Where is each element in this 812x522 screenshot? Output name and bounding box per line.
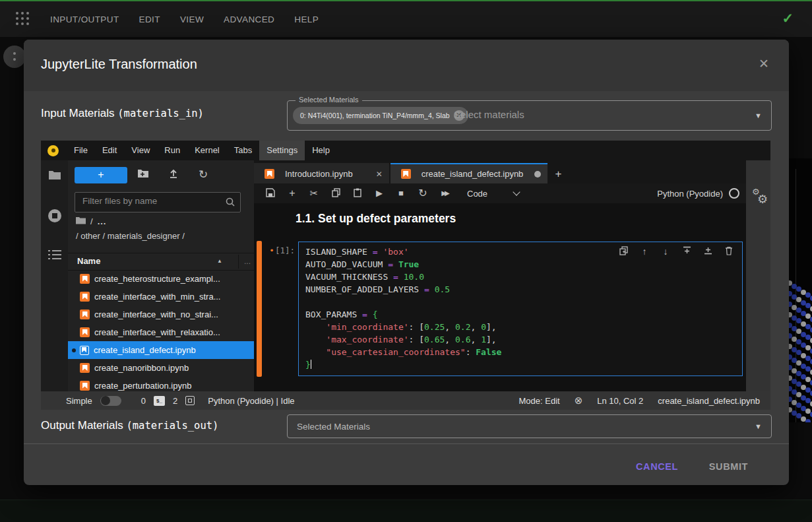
file-item-create-perturbation-ipynb[interactable]: create_perturbation.ipynb — [68, 377, 254, 391]
breadcrumb-ellipsis[interactable]: ... — [98, 216, 107, 226]
top-menu-item-edit[interactable]: EDIT — [139, 15, 160, 24]
file-list-header[interactable]: Name ▲ ... — [68, 253, 254, 271]
file-item-create-nanoribbon-ipynb[interactable]: create_nanoribbon.ipynb — [68, 359, 254, 377]
material-chip[interactable]: 0: N4Ti4(001), termination TiN_P4/mmm_4,… — [293, 107, 468, 124]
cursor-position[interactable]: Ln 10, Col 2 — [597, 396, 643, 406]
home-folder-icon[interactable] — [76, 216, 86, 226]
file-item-create-island-defect-ipynb[interactable]: create_island_defect.ipynb — [68, 341, 254, 359]
restart-run-all-icon[interactable]: ▶▶ — [439, 188, 450, 199]
restart-kernel-icon[interactable]: ↻ — [418, 188, 428, 199]
select-materials-input[interactable] — [453, 108, 732, 121]
tab-introduction-ipynb[interactable]: Introduction.ipynb✕ — [254, 163, 389, 183]
output-materials-select[interactable]: Selected Materials ▼ — [287, 414, 772, 438]
simple-mode-toggle[interactable] — [100, 396, 121, 406]
material-chip-label: 0: N4Ti4(001), termination TiN_P4/mmm_4,… — [300, 112, 450, 119]
file-name: create_interface_with_relaxatio... — [94, 327, 220, 337]
breadcrumb-root[interactable]: / — [90, 216, 93, 226]
new-launcher-button[interactable]: + — [75, 167, 127, 183]
notebook-file-icon — [80, 346, 89, 355]
sort-ascending-icon[interactable]: ▲ — [217, 258, 222, 264]
file-item-create-interface-with-no-strai[interactable]: create_interface_with_no_strai... — [68, 306, 254, 323]
submit-button[interactable]: SUBMIT — [709, 461, 748, 472]
jupyter-menu-item-run[interactable]: Run — [157, 141, 187, 160]
table-of-contents-icon[interactable] — [41, 249, 68, 263]
breadcrumb-path[interactable]: / other / materials_designer / — [76, 231, 185, 241]
top-menu-item-view[interactable]: VIEW — [180, 15, 204, 24]
close-icon[interactable]: ✕ — [759, 57, 769, 70]
top-menu-item-help[interactable]: HELP — [294, 15, 319, 24]
upload-icon[interactable] — [168, 168, 181, 181]
cell-collapser[interactable] — [257, 241, 262, 377]
app-logo-icon[interactable] — [16, 12, 30, 26]
file-browser-icon[interactable] — [41, 170, 68, 183]
jupyter-menu-item-view[interactable]: View — [124, 141, 157, 160]
new-tab-button[interactable]: + — [549, 164, 567, 183]
check-icon[interactable]: ✓ — [782, 11, 794, 26]
filter-files-input[interactable] — [81, 195, 222, 207]
jupyter-menu-item-edit[interactable]: Edit — [95, 141, 124, 160]
code-cell-editor[interactable]: ISLAND_SHAPE = 'box'AUTO_ADD_VACUUM = Tr… — [298, 242, 743, 376]
modified-column-header[interactable]: ... — [238, 255, 251, 269]
jupyter-menu-item-tabs[interactable]: Tabs — [227, 141, 259, 160]
dialog-title: JupyterLite Transformation — [41, 57, 197, 72]
stop-kernel-icon[interactable]: ■ — [396, 188, 406, 199]
cancel-button[interactable]: CANCEL — [636, 461, 678, 472]
cell-type-select[interactable]: Code — [467, 189, 487, 199]
terminal-count[interactable]: 0 — [141, 396, 146, 406]
jupyter-menu-item-file[interactable]: File — [67, 141, 95, 160]
insert-cell-below-icon[interactable] — [703, 246, 713, 257]
top-menu-item-advanced[interactable]: ADVANCED — [224, 15, 274, 24]
atom — [805, 419, 811, 422]
run-cell-icon[interactable]: ▶ — [374, 188, 385, 199]
selected-materials-field[interactable]: Selected Materials 0: N4Ti4(001), termin… — [287, 100, 772, 131]
save-icon[interactable] — [265, 188, 276, 199]
running-sessions-icon[interactable] — [41, 209, 68, 225]
chevron-down-icon[interactable]: ▼ — [755, 422, 762, 430]
delete-cell-icon[interactable] — [724, 246, 734, 257]
paste-cells-icon[interactable] — [352, 188, 363, 199]
simple-mode-label: Simple — [66, 396, 92, 406]
kernel-chip-icon[interactable] — [185, 396, 195, 405]
insert-cell-above-icon[interactable] — [681, 246, 692, 257]
chevron-down-icon[interactable]: ▼ — [755, 112, 762, 119]
notebook-file-icon — [80, 292, 90, 302]
cut-cells-icon[interactable]: ✂ — [309, 188, 319, 199]
name-column-header[interactable]: Name — [77, 256, 100, 266]
close-tab-icon[interactable]: ✕ — [376, 170, 383, 179]
move-cell-down-icon[interactable]: ↓ — [660, 246, 671, 257]
jupyter-menu: FileEditViewRunKernelTabsSettingsHelp — [67, 141, 337, 160]
file-item-create-interface-with-min-stra[interactable]: create_interface_with_min_stra... — [68, 288, 254, 306]
file-item-create-heterostructure-exampl[interactable]: create_heterostructure_exampl... — [68, 270, 254, 288]
input-materials-label: Input Materials (materials_in) — [41, 107, 204, 120]
output-select-placeholder: Selected Materials — [297, 422, 370, 432]
code-line — [305, 296, 501, 308]
kernel-status-icon — [729, 188, 739, 199]
refresh-icon[interactable]: ↻ — [199, 168, 212, 181]
top-menu-item-input-output[interactable]: INPUT/OUTPUT — [50, 15, 119, 24]
dialog-header: JupyterLite Transformation ✕ — [24, 40, 789, 91]
dialog-footer: CANCEL SUBMIT — [24, 443, 789, 486]
jupyter-menu-item-settings[interactable]: Settings — [259, 141, 305, 160]
insert-cell-icon[interactable]: + — [287, 188, 297, 199]
new-folder-icon[interactable] — [137, 168, 150, 181]
chevron-down-icon[interactable] — [513, 188, 520, 195]
tab-label: Introduction.ipynb — [285, 169, 353, 179]
move-cell-up-icon[interactable]: ↑ — [639, 246, 650, 257]
kernel-name[interactable]: Python (Pyodide) — [657, 188, 746, 199]
kernel-status-text[interactable]: Python (Pyodide) | Idle — [208, 396, 294, 406]
background-floating-button[interactable] — [3, 46, 26, 68]
file-item-create-interface-with-relaxatio[interactable]: create_interface_with_relaxatio... — [68, 323, 254, 341]
notebook-toolbar: + ✂ ▶ ■ ↻ ▶▶ Code — [254, 183, 746, 204]
kernel-count[interactable]: 2 — [173, 396, 177, 406]
filter-files-box — [75, 192, 241, 212]
markdown-heading: 1.1. Set up defect parameters — [296, 212, 456, 226]
unsaved-changes-dot[interactable] — [534, 171, 541, 178]
jupyter-menu-item-kernel[interactable]: Kernel — [187, 141, 227, 160]
terminal-icon[interactable]: $_ — [154, 396, 165, 406]
copy-cells-icon[interactable] — [330, 188, 341, 199]
active-filename: create_island_defect.ipynb — [658, 396, 760, 406]
tab-create-island-defect-ipynb[interactable]: create_island_defect.ipynb — [390, 163, 548, 183]
jupyter-menu-item-help[interactable]: Help — [305, 141, 337, 160]
duplicate-cell-icon[interactable] — [618, 246, 629, 257]
code-line: "use_cartesian_coordinates": False — [305, 346, 501, 358]
